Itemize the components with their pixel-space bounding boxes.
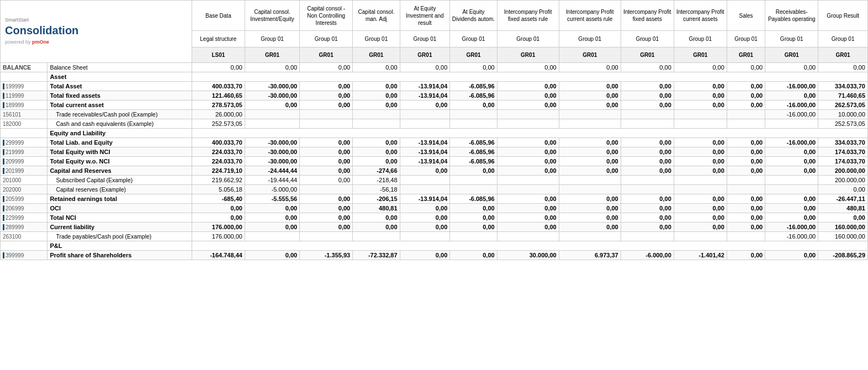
total-eq-wo-nci-account: 209999 — [1, 157, 47, 166]
total-eq-nci-v1: -30.000,00 — [245, 147, 299, 157]
total-eq-wo-nci-v11: 0,00 — [765, 157, 818, 166]
total-fixed-v3: 0,00 — [353, 91, 400, 101]
balance-v1: 0,00 — [245, 63, 299, 72]
balance-name: Balance Sheet — [47, 63, 192, 72]
sub-header-rec-pay-op: Group 01 — [765, 31, 818, 47]
profit-share-v8: -6.000,00 — [621, 251, 674, 260]
cash-v4 — [400, 119, 450, 129]
cap-res-v2: 0,00 — [300, 166, 353, 176]
total-eq-nci-v12: 174.033,70 — [818, 147, 868, 157]
code-header-ic-profit-current: GR01 — [559, 47, 621, 63]
total-eq-wo-nci-v7: 0,00 — [559, 157, 621, 166]
total-liab-v6: 0,00 — [497, 138, 559, 147]
ret-earn-v9: 0,00 — [674, 194, 727, 204]
total-eq-nci-v8: 0,00 — [621, 147, 674, 157]
total-nci-v9: 0,00 — [674, 213, 727, 223]
code-header-cap-consol-man: GR01 — [353, 47, 400, 63]
balance-v10: 0,00 — [727, 63, 765, 72]
total-liab-row: 299999 Total Liab. and Equity 400.033,70… — [1, 138, 868, 147]
total-nci-v12: 0,00 — [818, 213, 868, 223]
total-asset-v7: 0,00 — [559, 82, 621, 91]
total-fixed-account: 119999 — [1, 91, 47, 101]
total-nci-v4: 0,00 — [400, 213, 450, 223]
oci-account: 206999 — [1, 204, 47, 213]
trade-rec-name: Trade receivables/Cash pool (Example) — [47, 110, 192, 119]
cur-liab-v0: 176.000,00 — [192, 223, 245, 232]
col-header-rec-pay-op: Receivables-Payables operating — [765, 1, 818, 31]
total-current-v0: 278.573,05 — [192, 101, 245, 110]
total-current-v12: 262.573,05 — [818, 101, 868, 110]
total-eq-nci-v2: 0,00 — [300, 147, 353, 157]
profit-share-v5: 0,00 — [450, 251, 497, 260]
sub-header-cap-consol-inv: Group 01 — [245, 31, 299, 47]
trade-pay-v8 — [621, 232, 674, 241]
total-current-v5: 0,00 — [450, 101, 497, 110]
cap-res-v10: 0,00 — [727, 166, 765, 176]
oci-v5: 0,00 — [450, 204, 497, 213]
total-current-v4: 0,00 — [400, 101, 450, 110]
balance-v8: 0,00 — [621, 63, 674, 72]
total-current-v2: 0,00 — [300, 101, 353, 110]
total-current-v10: 0,00 — [727, 101, 765, 110]
ret-earn-v3: -206,15 — [353, 194, 400, 204]
total-fixed-name: Total fixed assets — [47, 91, 192, 101]
col-header-group-result: Group Result — [818, 1, 868, 31]
logo-powered: powered by pmOne — [5, 39, 212, 46]
cur-liab-v7: 0,00 — [559, 223, 621, 232]
cash-v6 — [497, 119, 559, 129]
sub-header-group-result: Group 01 — [818, 31, 868, 47]
profit-share-v6: 30.000,00 — [497, 251, 559, 260]
trade-rec-v1 — [245, 110, 299, 119]
cur-liab-v6: 0,00 — [497, 223, 559, 232]
total-eq-nci-v11: 0,00 — [765, 147, 818, 157]
sub-cap-v2: 0,00 — [300, 176, 353, 185]
total-liab-v3: 0,00 — [353, 138, 400, 147]
trade-rec-v11: -16.000,00 — [765, 110, 818, 119]
col-header-ic-profit-fixed2: Intercompany Profit fixed assets — [621, 1, 674, 31]
total-eq-nci-v3: 0,00 — [353, 147, 400, 157]
logo-consolidation: Consolidation — [5, 24, 212, 37]
profit-share-v1: 0,00 — [245, 251, 299, 260]
cur-liab-v8: 0,00 — [621, 223, 674, 232]
profit-share-v2: -1.355,93 — [300, 251, 353, 260]
total-asset-v5: -6.085,96 — [450, 82, 497, 91]
sub-cap-v0: 219.662,92 — [192, 176, 245, 185]
trade-pay-v4 — [400, 232, 450, 241]
col-header-at-equity-inv: At Equity Investment and result — [400, 1, 450, 31]
total-nci-v8: 0,00 — [621, 213, 674, 223]
cap-res-det-v3: -56,18 — [353, 185, 400, 194]
trade-pay-v12: 160.000,00 — [818, 232, 868, 241]
sub-header-ic-profit-current2: Group 01 — [674, 31, 727, 47]
code-header-group-result: GR01 — [818, 47, 868, 63]
sub-cap-v6 — [497, 176, 559, 185]
trade-pay-v6 — [497, 232, 559, 241]
ret-earn-v12: -26.447,11 — [818, 194, 868, 204]
cap-res-v11: 0,00 — [765, 166, 818, 176]
balance-account: BALANCE — [1, 63, 47, 72]
total-fixed-v7: 0,00 — [559, 91, 621, 101]
total-asset-name: Total Asset — [47, 82, 192, 91]
cash-v3 — [353, 119, 400, 129]
balance-v6: 0,00 — [497, 63, 559, 72]
cash-v5 — [450, 119, 497, 129]
cap-res-v12: 200.000,00 — [818, 166, 868, 176]
total-fixed-v8: 0,00 — [621, 91, 674, 101]
total-eq-wo-nci-v10: 0,00 — [727, 157, 765, 166]
oci-v9: 0,00 — [674, 204, 727, 213]
balance-v11: 0,00 — [765, 63, 818, 72]
trade-rec-v6 — [497, 110, 559, 119]
cash-v12: 252.573,05 — [818, 119, 868, 129]
cash-v7 — [559, 119, 621, 129]
total-current-asset-row: 189999 Total current asset 278.573,05 0,… — [1, 101, 868, 110]
oci-row: 206999 OCI 0,00 0,00 0,00 480,81 0,00 0,… — [1, 204, 868, 213]
col-header-cap-consol-man: Capital consol. man. Adj — [353, 1, 400, 31]
oci-v10: 0,00 — [727, 204, 765, 213]
cap-res-det-v8 — [621, 185, 674, 194]
balance-v12: 0,00 — [818, 63, 868, 72]
balance-v2: 0,00 — [300, 63, 353, 72]
cap-res-v5: 0,00 — [450, 166, 497, 176]
profit-share-v12: -208.865,29 — [818, 251, 868, 260]
total-nci-v6: 0,00 — [497, 213, 559, 223]
cap-res-v4: 0,00 — [400, 166, 450, 176]
code-header-at-equity-div: GR01 — [450, 47, 497, 63]
